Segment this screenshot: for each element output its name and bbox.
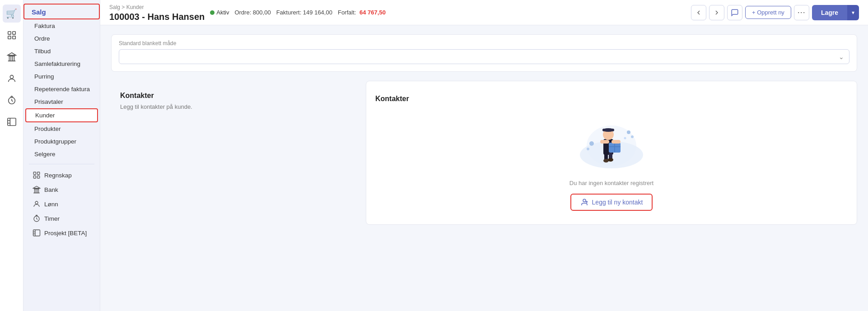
sidebar-item-timer[interactable]: Timer xyxy=(23,211,100,226)
sidebar: Salg Faktura Ordre Tilbud Samlefaktureri… xyxy=(23,0,100,311)
sidebar-item-regnskap[interactable]: Regnskap xyxy=(23,168,100,182)
bank-icon[interactable] xyxy=(3,48,21,66)
svg-point-30 xyxy=(631,135,634,138)
regnskap-icon[interactable] xyxy=(3,26,21,44)
sidebar-item-lonn[interactable]: Lønn xyxy=(23,197,100,211)
svg-point-29 xyxy=(627,130,630,134)
dropdown-section: Standard blankett måde xyxy=(112,35,857,71)
page-title: 100003 - Hans Hansen xyxy=(109,12,205,21)
svg-point-33 xyxy=(587,148,589,150)
lonn-icon[interactable] xyxy=(3,70,21,88)
svg-point-32 xyxy=(589,141,594,146)
back-button[interactable] xyxy=(691,5,706,20)
svg-rect-0 xyxy=(8,32,10,34)
status-text: Aktiv xyxy=(216,9,229,16)
empty-kontakter-text: Du har ingen kontakter registrert xyxy=(569,180,653,186)
lagre-button[interactable]: Lagre xyxy=(812,5,847,20)
opprett-ny-button[interactable]: + Opprett ny xyxy=(745,6,791,19)
svg-rect-9 xyxy=(33,176,36,178)
lagre-dropdown-button[interactable]: ▾ xyxy=(847,5,859,20)
empty-illustration xyxy=(575,112,648,171)
salg-label: Salg xyxy=(32,8,46,16)
icon-nav: 🛒 xyxy=(0,0,23,311)
svg-rect-28 xyxy=(611,140,621,144)
topbar-forfalt: Forfalt: 64 767,50 xyxy=(338,9,386,16)
kontakter-right-panel: Kontakter xyxy=(366,81,857,225)
sidebar-item-purring[interactable]: Purring xyxy=(25,70,98,83)
svg-rect-6 xyxy=(7,118,15,126)
main-area: Salg > Kunder 100003 - Hans Hansen Aktiv… xyxy=(100,0,868,311)
timer-label: Timer xyxy=(44,215,60,222)
svg-rect-1 xyxy=(12,32,15,34)
sidebar-section-salg[interactable]: Salg xyxy=(23,4,100,19)
svg-rect-3 xyxy=(12,36,15,39)
sidebar-item-faktura[interactable]: Faktura xyxy=(25,20,98,32)
sidebar-item-produkter[interactable]: Produkter xyxy=(25,123,98,135)
svg-rect-23 xyxy=(602,129,614,131)
svg-rect-10 xyxy=(37,176,40,178)
sidebar-item-ordre[interactable]: Ordre xyxy=(25,32,98,45)
kontakter-left-title: Kontakter xyxy=(120,92,348,100)
regnskap-label: Regnskap xyxy=(44,172,72,179)
svg-rect-7 xyxy=(33,172,36,174)
svg-point-4 xyxy=(10,75,13,79)
sidebar-item-tilbud[interactable]: Tilbud xyxy=(25,45,98,57)
sidebar-item-kunder[interactable]: Kunder xyxy=(25,108,98,122)
svg-rect-2 xyxy=(8,36,10,39)
kontakter-section: Kontakter Legg til kontakter på kunde. K… xyxy=(111,81,857,225)
prosjekt-icon[interactable] xyxy=(3,113,21,131)
add-contact-label: Legg til ny kontakt xyxy=(592,199,643,206)
sidebar-item-selgere[interactable]: Selgere xyxy=(25,148,98,160)
svg-rect-13 xyxy=(33,230,40,236)
salg-icon[interactable]: 🛒 xyxy=(3,5,21,23)
bank-label: Bank xyxy=(44,186,58,193)
blankett-select[interactable] xyxy=(119,49,849,64)
forfalt-amount: 64 767,50 xyxy=(359,9,386,16)
forward-button[interactable] xyxy=(709,5,724,20)
svg-point-20 xyxy=(608,158,613,162)
breadcrumb: Salg > Kunder xyxy=(109,4,205,10)
sidebar-item-bank[interactable]: Bank xyxy=(23,182,100,197)
standard-blankett-card: Standard blankett måde xyxy=(111,34,857,72)
kontakter-left-desc: Legg til kontakter på kunde. xyxy=(120,103,348,110)
topbar-fakturert: Fakturert: 149 164,00 xyxy=(276,9,332,16)
sidebar-divider-1 xyxy=(29,164,94,164)
dropdown-label: Standard blankett måde xyxy=(119,40,849,46)
topbar-actions: + Opprett ny ··· Lagre ▾ xyxy=(691,5,859,20)
sidebar-item-samlefakturering[interactable]: Samlefakturering xyxy=(25,58,98,70)
sidebar-item-prosjekt[interactable]: Prosjekt [BETA] xyxy=(23,226,100,240)
sidebar-item-prisavtaler[interactable]: Prisavtaler xyxy=(25,96,98,108)
topbar-ordre: Ordre: 800,00 xyxy=(234,9,271,16)
svg-point-34 xyxy=(583,199,586,202)
title-area: Salg > Kunder 100003 - Hans Hansen xyxy=(109,4,205,21)
add-contact-icon xyxy=(580,198,588,206)
status-dot xyxy=(210,10,215,15)
svg-point-11 xyxy=(35,201,38,204)
lonn-label: Lønn xyxy=(44,201,58,208)
content-area: Standard blankett måde Kontakter Legg ti… xyxy=(100,25,868,311)
kontakter-right-title: Kontakter xyxy=(375,95,409,103)
svg-rect-27 xyxy=(600,140,609,144)
svg-point-31 xyxy=(624,137,626,139)
forfalt-label: Forfalt: xyxy=(338,9,356,16)
message-button[interactable] xyxy=(727,5,742,20)
more-options-button[interactable]: ··· xyxy=(794,5,809,20)
timer-icon[interactable] xyxy=(3,91,21,109)
topbar: Salg > Kunder 100003 - Hans Hansen Aktiv… xyxy=(100,0,868,25)
svg-rect-8 xyxy=(37,172,40,174)
prosjekt-label: Prosjekt [BETA] xyxy=(44,230,87,237)
lagre-group: Lagre ▾ xyxy=(812,5,859,20)
select-wrapper xyxy=(119,49,849,64)
sidebar-item-produktgrupper[interactable]: Produktgrupper xyxy=(25,135,98,148)
status-badge: Aktiv xyxy=(210,9,229,16)
sidebar-item-repeterende[interactable]: Repeterende faktura xyxy=(25,83,98,95)
kontakter-left: Kontakter Legg til kontakter på kunde. xyxy=(111,81,357,225)
legg-til-kontakt-button[interactable]: Legg til ny kontakt xyxy=(570,194,653,211)
